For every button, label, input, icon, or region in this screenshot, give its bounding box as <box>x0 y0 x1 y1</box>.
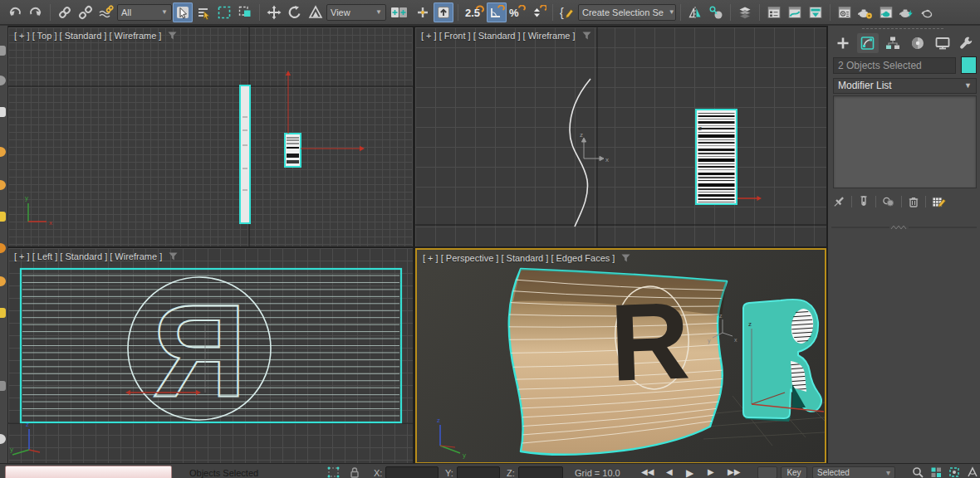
viewport-perspective[interactable]: [ + ] [ Perspective ] [ Standard ] [ Edg… <box>415 248 826 464</box>
sign-object-top-view[interactable] <box>285 134 301 167</box>
play-button[interactable]: ▶ <box>686 467 693 478</box>
angle-snap-toggle-button[interactable] <box>487 2 507 22</box>
object-name-field[interactable]: 2 Objects Selected <box>833 57 956 74</box>
isolate-selection-toggle[interactable] <box>327 466 340 478</box>
select-and-scale-button[interactable] <box>306 2 326 22</box>
render-production-icon <box>899 5 915 20</box>
undo-icon <box>7 5 22 20</box>
maxscript-mini-listener[interactable] <box>5 466 172 478</box>
plane-object-front-view[interactable] <box>570 79 590 227</box>
spinner-snap-toggle-button[interactable] <box>528 2 548 22</box>
viewport-perspective-label[interactable]: [ + ] [ Perspective ] [ Standard ] [ Edg… <box>423 253 630 263</box>
auto-key-button[interactable]: Key <box>781 466 807 478</box>
viewport-filter-icon[interactable] <box>621 254 630 262</box>
rendered-frame-window-button[interactable] <box>876 2 896 22</box>
next-frame-button[interactable]: ▶ <box>708 467 714 476</box>
render-flyout-button[interactable] <box>918 2 938 22</box>
docked-toolbar-button[interactable] <box>0 180 6 190</box>
named-selection-set-dropdown[interactable]: Create Selection Se▼ <box>578 4 676 21</box>
viewport-filter-icon[interactable] <box>168 32 177 40</box>
mirror-button[interactable] <box>685 2 705 22</box>
snaps-toggle-button[interactable]: 2.5 <box>463 2 486 22</box>
sign-object-front-view[interactable]: z <box>696 110 737 204</box>
rectangular-selection-region-button[interactable] <box>214 2 234 22</box>
select-object-button[interactable] <box>173 2 193 22</box>
docked-toolbar-button[interactable] <box>0 107 6 117</box>
go-to-end-button[interactable]: ▶▶ <box>728 467 740 476</box>
material-editor-button[interactable] <box>855 2 875 22</box>
curved-plane-object[interactable]: R <box>509 269 727 455</box>
tab-motion[interactable] <box>907 33 929 53</box>
select-and-manipulate-button[interactable] <box>413 2 433 22</box>
select-and-link-button[interactable] <box>55 2 75 22</box>
plane-object-left-view[interactable]: R <box>21 269 401 423</box>
viewport-front-label[interactable]: [ + ] [ Front ] [ Standard ] [ Wireframe… <box>421 31 591 41</box>
docked-toolbar-button[interactable] <box>0 381 6 391</box>
rollout-splitter[interactable] <box>831 225 977 230</box>
zoom-tool-button[interactable] <box>912 466 924 478</box>
zoom-extents-button[interactable] <box>948 466 960 478</box>
go-to-start-button[interactable]: ◀◀ <box>641 467 654 476</box>
select-by-name-button[interactable] <box>194 2 213 22</box>
docked-toolbar-button[interactable] <box>0 434 6 444</box>
align-button[interactable] <box>706 2 726 22</box>
viewport-left-label[interactable]: [ + ] [ Left ] [ Standard ] [ Wireframe … <box>14 251 178 261</box>
unlink-selection-button[interactable] <box>76 2 96 22</box>
curve-editor-button[interactable] <box>785 2 805 22</box>
viewport-left[interactable]: [ + ] [ Left ] [ Standard ] [ Wireframe … <box>8 248 413 464</box>
modifier-stack-list[interactable] <box>833 95 977 188</box>
docked-toolbar-button[interactable] <box>0 76 6 85</box>
make-unique-button[interactable] <box>881 195 896 209</box>
scene-explorer-button[interactable] <box>764 2 784 22</box>
bind-to-space-warp-button[interactable] <box>96 2 116 22</box>
render-setup-button[interactable] <box>835 2 855 22</box>
set-key-button[interactable] <box>757 466 777 478</box>
tab-create[interactable] <box>832 33 854 53</box>
panel-grip[interactable] <box>861 27 944 30</box>
docked-toolbar-button[interactable] <box>0 212 6 222</box>
reference-coordinate-dropdown[interactable]: View▼ <box>326 4 386 21</box>
docked-toolbar-button[interactable] <box>0 276 6 286</box>
tab-modify[interactable] <box>857 33 879 53</box>
field-of-view-button[interactable] <box>967 466 978 478</box>
use-pivot-point-center-button[interactable] <box>387 2 412 22</box>
window-crossing-toggle[interactable] <box>235 2 255 22</box>
undo-button[interactable] <box>5 2 25 22</box>
percent-snap-toggle-button[interactable]: % <box>507 2 527 22</box>
x-coordinate-input[interactable] <box>385 466 439 478</box>
z-coordinate-input[interactable] <box>518 466 563 478</box>
docked-toolbar-button[interactable] <box>0 243 6 253</box>
select-and-move-button[interactable] <box>264 2 284 22</box>
viewport-filter-icon[interactable] <box>169 252 178 261</box>
selection-filter-dropdown[interactable]: All▼ <box>117 4 172 21</box>
zoom-all-button[interactable] <box>930 466 942 478</box>
y-coordinate-input[interactable] <box>457 466 500 478</box>
show-end-result-button[interactable] <box>857 195 870 209</box>
docked-toolbar-button[interactable] <box>0 308 6 318</box>
docked-toolbar-button[interactable] <box>0 46 6 56</box>
pin-stack-button[interactable] <box>831 195 846 209</box>
tab-utilities[interactable] <box>955 33 977 53</box>
viewport-front[interactable]: [ + ] [ Front ] [ Standard ] [ Wireframe… <box>415 27 826 246</box>
viewport-top-label[interactable]: [ + ] [ Top ] [ Standard ] [ Wireframe ] <box>14 31 177 41</box>
viewport-filter-icon[interactable] <box>582 32 591 40</box>
key-filter-dropdown[interactable]: Selected▾ <box>812 466 895 478</box>
select-and-rotate-button[interactable] <box>285 2 305 22</box>
layer-manager-button[interactable] <box>735 2 755 22</box>
modifier-list-dropdown[interactable]: Modifier List▼ <box>833 78 977 94</box>
edit-named-selection-sets-button[interactable]: { <box>557 2 577 22</box>
plane-object-top-view[interactable] <box>240 85 250 223</box>
docked-toolbar-button[interactable] <box>0 147 6 157</box>
redo-button[interactable] <box>26 2 46 22</box>
keyboard-shortcut-override-toggle[interactable] <box>434 2 453 22</box>
configure-modifier-sets-button[interactable] <box>931 195 946 209</box>
object-color-swatch[interactable] <box>961 56 977 74</box>
render-production-button[interactable] <box>897 2 917 22</box>
remove-modifier-button[interactable] <box>907 195 920 209</box>
viewport-top[interactable]: [ + ] [ Top ] [ Standard ] [ Wireframe ] <box>8 27 413 246</box>
tab-hierarchy[interactable] <box>882 33 904 53</box>
tab-display[interactable] <box>932 33 953 53</box>
previous-frame-button[interactable]: ◀ <box>666 467 673 476</box>
ribbon-toggle-button[interactable] <box>806 2 826 22</box>
selection-lock-toggle[interactable] <box>349 466 360 478</box>
